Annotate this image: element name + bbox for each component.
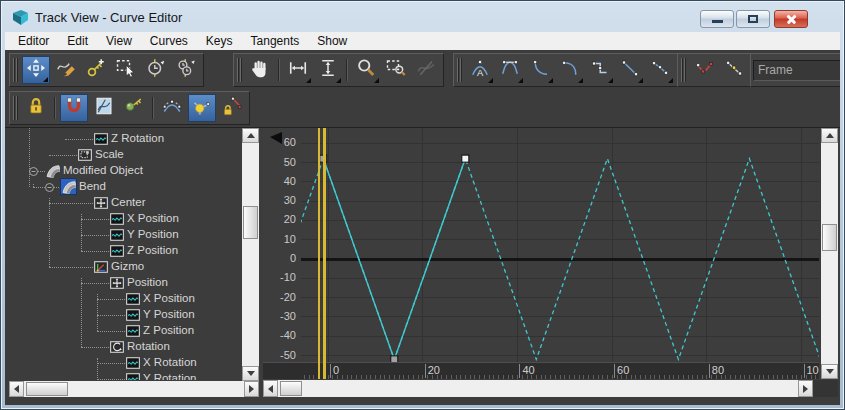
toolbar-drag-handle[interactable] [13, 58, 18, 82]
track-icon-modifier[interactable] [45, 163, 60, 178]
isolate-curve-button[interactable] [412, 56, 440, 84]
tree-item-x-position[interactable]: X Position [127, 212, 179, 224]
keyframe-selected[interactable] [462, 155, 469, 162]
zoom-value-extents-button[interactable] [314, 56, 342, 84]
lock-tangents-button[interactable] [218, 94, 246, 122]
curve-scroll-up-button[interactable] [821, 128, 838, 143]
curve-graph[interactable] [301, 128, 819, 362]
tangent-auto-button[interactable]: A [466, 56, 494, 84]
menu-view[interactable]: View [97, 32, 141, 50]
function-curve[interactable] [301, 128, 819, 362]
tangent-spline-button[interactable] [496, 56, 524, 84]
tree-item-y-position[interactable]: Y Position [143, 308, 195, 320]
menu-show[interactable]: Show [308, 32, 356, 50]
zoom-horizontal-extents-button[interactable] [284, 56, 312, 84]
tree-item-x-position[interactable]: X Position [143, 292, 195, 304]
tree-item-z-position[interactable]: Z Position [127, 244, 178, 256]
track-icon-curve[interactable] [125, 355, 140, 370]
curve-vertical-scroll-thumb[interactable] [822, 224, 837, 251]
retime-all-button[interactable] [172, 56, 200, 84]
track-icon-modifier[interactable] [61, 179, 76, 194]
tree-vertical-scroll-thumb[interactable] [243, 206, 258, 239]
curve-scroll-right-button[interactable] [798, 380, 813, 397]
tree-scroll-up-button[interactable] [242, 128, 259, 143]
track-icon-rotate[interactable] [109, 339, 124, 354]
tree-scroll-down-button[interactable] [242, 366, 259, 381]
tree-horizontal-scroll-thumb[interactable] [26, 382, 68, 396]
zoom-region-button[interactable] [382, 56, 410, 84]
out-of-range-types-button[interactable] [90, 94, 118, 122]
curve-horizontal-scrollbar[interactable] [263, 380, 813, 397]
title-bar[interactable]: Track View - Curve Editor [5, 5, 840, 31]
tree-item-center[interactable]: Center [111, 196, 146, 208]
menu-editor[interactable]: Editor [9, 32, 58, 50]
track-icon-curve[interactable] [109, 211, 124, 226]
curve-horizontal-scroll-thumb[interactable] [280, 381, 302, 396]
toolbar-drag-handle[interactable] [457, 58, 462, 82]
tree-item-gizmo[interactable]: Gizmo [111, 260, 144, 272]
track-icon-move[interactable] [109, 275, 124, 290]
show-tangents-button[interactable] [158, 94, 186, 122]
tree-item-modified-object[interactable]: Modified Object [63, 164, 143, 176]
region-select-button[interactable] [112, 56, 140, 84]
pan-hand-button[interactable] [246, 56, 274, 84]
track-icon-curve[interactable] [125, 307, 140, 322]
add-keys-button[interactable] [82, 56, 110, 84]
tangent-slow-button[interactable] [556, 56, 584, 84]
track-icon-curve[interactable] [109, 243, 124, 258]
tree-vertical-scrollbar[interactable] [242, 128, 259, 381]
time-ruler[interactable]: 020406080100 [263, 362, 819, 379]
tangent-step-button[interactable] [586, 56, 614, 84]
break-tangents-button[interactable] [690, 56, 718, 84]
time-slider-line[interactable] [318, 128, 320, 379]
track-icon-curve[interactable] [125, 371, 140, 380]
curve-scroll-down-button[interactable] [821, 364, 838, 379]
lock-selection-button[interactable] [22, 94, 50, 122]
show-all-tangents-button[interactable] [188, 94, 216, 122]
menu-keys[interactable]: Keys [197, 32, 242, 50]
unify-tangents-button[interactable] [720, 56, 748, 84]
tree-scroll-left-button[interactable] [9, 381, 24, 397]
track-icon-gizmo[interactable] [93, 259, 108, 274]
tree-scroll-right-button[interactable] [244, 381, 259, 397]
retime-button[interactable] [142, 56, 170, 84]
menu-curves[interactable]: Curves [141, 32, 197, 50]
tree-item-y-position[interactable]: Y Position [127, 228, 179, 240]
toolbar-drag-handle[interactable] [13, 96, 18, 120]
tree-item-rotation[interactable]: Rotation [127, 340, 170, 352]
tree-item-position[interactable]: Position [127, 276, 168, 288]
move-keys-button[interactable] [22, 56, 50, 84]
frame-input[interactable] [753, 60, 840, 81]
tree-collapse-toggle[interactable]: − [45, 183, 54, 192]
track-icon-curve[interactable] [109, 227, 124, 242]
track-icon-move[interactable] [93, 195, 108, 210]
curve-scroll-left-button[interactable] [263, 380, 278, 397]
track-icon-curve[interactable] [125, 291, 140, 306]
track-hierarchy-tree[interactable]: Z RotationScale−Modified Object−BendCent… [9, 128, 242, 380]
tangent-smooth-button[interactable] [646, 56, 674, 84]
time-slider-line[interactable] [323, 128, 326, 379]
keyable-icons-button[interactable] [120, 94, 148, 122]
maximize-button[interactable] [736, 10, 770, 28]
tree-item-z-position[interactable]: Z Position [143, 324, 194, 336]
track-icon-scale[interactable] [77, 147, 92, 162]
tree-item-x-rotation[interactable]: X Rotation [143, 356, 197, 368]
menu-tangents[interactable]: Tangents [242, 32, 309, 50]
track-icon-curve[interactable] [93, 131, 108, 146]
tree-item-scale[interactable]: Scale [95, 148, 124, 160]
menu-edit[interactable]: Edit [58, 32, 97, 50]
draw-curves-button[interactable] [52, 56, 80, 84]
tangent-linear-button[interactable] [616, 56, 644, 84]
toolbar-drag-handle[interactable] [681, 58, 686, 82]
minimize-button[interactable] [700, 10, 734, 28]
close-button[interactable] [774, 10, 808, 28]
tree-item-z-rotation[interactable]: Z Rotation [111, 132, 164, 144]
tangent-fast-button[interactable] [526, 56, 554, 84]
tree-collapse-toggle[interactable]: − [29, 167, 38, 176]
zoom-magnifier-button[interactable] [352, 56, 380, 84]
tree-item-y-rotation[interactable]: Y Rotation [143, 372, 197, 380]
tree-item-bend[interactable]: Bend [79, 180, 106, 192]
snap-frames-button[interactable] [60, 94, 88, 122]
toolbar-drag-handle[interactable] [237, 58, 242, 82]
track-icon-curve[interactable] [125, 323, 140, 338]
